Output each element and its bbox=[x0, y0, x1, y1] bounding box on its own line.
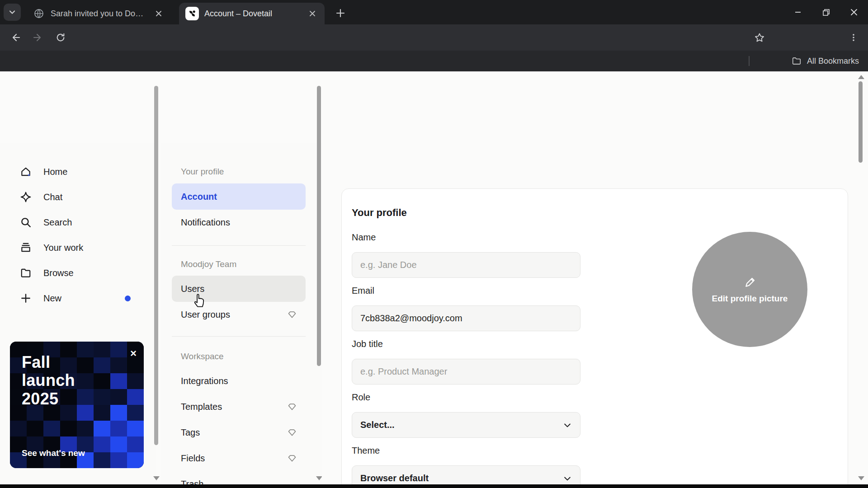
sidebar-item-label: Browse bbox=[43, 268, 74, 278]
sidebar-item-home[interactable]: Home bbox=[0, 159, 154, 184]
divider bbox=[172, 245, 306, 246]
browser-menu-button[interactable] bbox=[844, 28, 863, 47]
home-icon bbox=[20, 166, 32, 178]
gem-icon bbox=[288, 402, 297, 411]
main-scrollbar-down-arrow[interactable] bbox=[858, 476, 864, 480]
restore-button[interactable] bbox=[812, 0, 840, 24]
card-heading: Your profile bbox=[352, 207, 407, 219]
all-bookmarks-button[interactable]: All Bookmarks bbox=[792, 51, 859, 71]
nav-item-label: Fields bbox=[181, 453, 205, 464]
new-tab-button[interactable] bbox=[333, 5, 348, 21]
inbox-tray-icon bbox=[20, 242, 32, 253]
nav-item-label: Account bbox=[181, 192, 217, 202]
globe-icon bbox=[33, 7, 45, 20]
profile-card: Your profile Name Email Job title Role S… bbox=[341, 188, 848, 488]
nav-item-notifications[interactable]: Notifications bbox=[172, 209, 306, 235]
sidebar-item-your-work[interactable]: Your work bbox=[0, 235, 154, 260]
banner-cta[interactable]: See what's new bbox=[22, 448, 85, 458]
tab-close-icon[interactable] bbox=[153, 8, 165, 19]
bookmarks-separator bbox=[749, 56, 750, 66]
tab-close-icon[interactable] bbox=[307, 8, 318, 19]
sidebar-scrollbar-down-arrow[interactable] bbox=[153, 476, 160, 480]
sidebar-item-new[interactable]: New bbox=[0, 286, 154, 311]
dovetail-logo-icon bbox=[185, 7, 199, 20]
theme-value: Browser default bbox=[360, 473, 429, 483]
section-header: Workspace bbox=[181, 352, 224, 361]
nav-item-label: Users bbox=[181, 284, 204, 294]
window-controls bbox=[784, 0, 868, 24]
nav-item-label: User groups bbox=[181, 310, 230, 320]
main-scrollbar-thumb[interactable] bbox=[859, 81, 863, 163]
email-input[interactable] bbox=[352, 305, 580, 331]
theme-label: Theme bbox=[352, 446, 380, 456]
sidebar-item-label: New bbox=[43, 293, 61, 304]
role-label: Role bbox=[352, 392, 370, 403]
settings-nav: Your profile Account Notifications Moodj… bbox=[161, 143, 322, 488]
tab-search-button[interactable] bbox=[4, 4, 21, 21]
sparkle-icon bbox=[20, 191, 32, 203]
dovetail-app: Home Chat Search Your work Browse bbox=[0, 71, 868, 484]
tab-title: Account – Dovetail bbox=[204, 9, 301, 19]
role-select[interactable]: Select... bbox=[352, 412, 580, 438]
banner-title: Fall launch 2025 bbox=[22, 353, 99, 408]
sidebar-item-search[interactable]: Search bbox=[0, 210, 154, 235]
section-header: Moodjoy Team bbox=[181, 259, 236, 269]
nav-item-fields[interactable]: Fields bbox=[172, 445, 306, 471]
tab-sarah-invite[interactable]: Sarah invited you to Dovetail bbox=[26, 3, 171, 24]
main-scrollbar-up-arrow[interactable] bbox=[858, 75, 864, 79]
role-value: Select... bbox=[360, 420, 395, 430]
main-content: Your profile Name Email Job title Role S… bbox=[322, 143, 868, 488]
main-sidebar: Home Chat Search Your work Browse bbox=[0, 143, 156, 488]
reload-button[interactable] bbox=[52, 28, 70, 47]
nav-item-label: Notifications bbox=[181, 217, 230, 228]
chevron-down-icon bbox=[563, 474, 572, 483]
fall-launch-banner[interactable]: Fall launch 2025 × See what's new bbox=[10, 342, 144, 468]
job-title-input[interactable] bbox=[352, 359, 580, 385]
name-label: Name bbox=[352, 232, 376, 243]
pencil-icon bbox=[743, 276, 757, 289]
sidebar-item-label: Home bbox=[43, 167, 67, 177]
chevron-down-icon bbox=[9, 9, 16, 16]
nav-item-users[interactable]: Users bbox=[172, 276, 306, 302]
browser-toolbar: moodjoy-team-2h2v.dovetail.com/settings/… bbox=[0, 24, 868, 51]
edit-profile-picture-button[interactable]: Edit profile picture bbox=[692, 232, 807, 347]
close-window-button[interactable] bbox=[840, 0, 868, 24]
nav-item-account[interactable]: Account bbox=[172, 183, 306, 210]
tab-account-dovetail[interactable]: Account – Dovetail bbox=[179, 3, 325, 24]
gem-icon bbox=[288, 310, 297, 319]
banner-close-icon[interactable]: × bbox=[130, 347, 137, 360]
nav-item-label: Tags bbox=[181, 427, 200, 438]
tab-title: Sarah invited you to Dovetail bbox=[51, 9, 147, 19]
tab-strip: Sarah invited you to Dovetail Account – … bbox=[0, 0, 868, 24]
nav-item-integrations[interactable]: Integrations bbox=[172, 368, 306, 394]
forward-button[interactable] bbox=[29, 28, 47, 47]
folder-icon bbox=[20, 267, 32, 279]
section-header: Your profile bbox=[181, 167, 224, 177]
job-title-label: Job title bbox=[352, 339, 383, 349]
nav-item-label: Integrations bbox=[181, 376, 228, 386]
folder-icon bbox=[792, 56, 802, 66]
sidebar-item-label: Chat bbox=[43, 192, 62, 202]
divider bbox=[172, 336, 306, 337]
bookmarks-bar: All Bookmarks bbox=[0, 51, 868, 71]
bookmark-star-icon[interactable] bbox=[750, 28, 769, 47]
sidebar-item-label: Search bbox=[43, 217, 72, 228]
back-button[interactable] bbox=[6, 28, 24, 47]
settings-nav-scrollbar-thumb[interactable] bbox=[317, 86, 321, 366]
sidebar-item-browse[interactable]: Browse bbox=[0, 260, 154, 286]
nav-item-user-groups[interactable]: User groups bbox=[172, 301, 306, 328]
nav-item-label: Templates bbox=[181, 402, 222, 412]
nav-item-tags[interactable]: Tags bbox=[172, 419, 306, 446]
settings-nav-scrollbar-down-arrow[interactable] bbox=[316, 476, 322, 480]
sidebar-scrollbar-thumb[interactable] bbox=[154, 86, 158, 445]
chevron-down-icon bbox=[563, 421, 572, 430]
name-input[interactable] bbox=[352, 252, 580, 278]
nav-item-templates[interactable]: Templates bbox=[172, 394, 306, 420]
minimize-button[interactable] bbox=[784, 0, 812, 24]
email-label: Email bbox=[352, 286, 374, 296]
avatar-label: Edit profile picture bbox=[712, 294, 788, 304]
sidebar-item-chat[interactable]: Chat bbox=[0, 184, 154, 210]
search-icon bbox=[20, 216, 32, 228]
gem-icon bbox=[288, 454, 297, 463]
all-bookmarks-label: All Bookmarks bbox=[807, 56, 859, 66]
